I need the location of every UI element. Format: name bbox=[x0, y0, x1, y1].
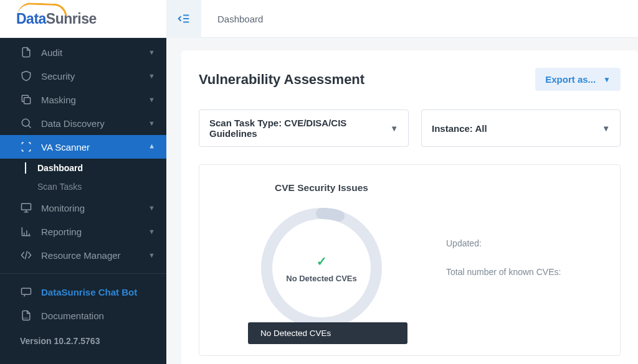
scan-task-type-select[interactable]: Scan Task Type: CVE/DISA/CIS Guidelines … bbox=[199, 110, 409, 147]
doc-icon: DOC bbox=[20, 309, 32, 322]
svg-point-1 bbox=[22, 119, 29, 126]
chart-icon bbox=[20, 225, 32, 238]
svg-rect-3 bbox=[22, 288, 31, 294]
updated-label: Updated: bbox=[446, 238, 561, 248]
chevron-down-icon: ▼ bbox=[148, 228, 155, 235]
select-label: Scan Task Type: CVE/DISA/CIS Guidelines bbox=[209, 118, 390, 139]
chevron-down-icon: ▼ bbox=[148, 119, 155, 127]
shield-icon bbox=[20, 70, 32, 82]
chart-tooltip: No Detected CVEs bbox=[248, 322, 407, 344]
svg-rect-2 bbox=[22, 203, 31, 210]
sidebar-item-label: VA Scanner bbox=[41, 142, 90, 152]
code-icon bbox=[20, 249, 32, 261]
sidebar-item-reporting[interactable]: Reporting ▼ bbox=[0, 220, 166, 243]
chevron-down-icon: ▼ bbox=[603, 75, 611, 84]
nav: Audit ▼ Security ▼ Masking ▼ Data Discov… bbox=[0, 38, 166, 364]
sidebar-item-label: Security bbox=[41, 71, 75, 82]
card-head: Vulnerability Assessment Export as... ▼ bbox=[199, 68, 621, 91]
page-title: Vulnerability Assessment bbox=[199, 72, 364, 88]
sidebar-sub-label: Dashboard bbox=[37, 163, 83, 173]
logo-row: DataSunrise bbox=[0, 0, 166, 38]
sidebar: DataSunrise Audit ▼ Security ▼ Masking ▼ bbox=[0, 0, 166, 364]
sidebar-item-chatbot[interactable]: DataSunrise Chat Bot bbox=[0, 280, 166, 304]
sidebar-item-security[interactable]: Security ▼ bbox=[0, 64, 166, 88]
chevron-down-icon: ▼ bbox=[602, 124, 610, 133]
chevron-down-icon: ▼ bbox=[148, 204, 155, 212]
chevron-down-icon: ▼ bbox=[148, 49, 155, 56]
logo: DataSunrise bbox=[16, 11, 97, 27]
sidebar-item-masking[interactable]: Masking ▼ bbox=[0, 88, 166, 111]
chat-icon bbox=[20, 286, 32, 298]
chevron-down-icon: ▼ bbox=[390, 124, 398, 133]
sidebar-item-label: DataSunrise Chat Bot bbox=[41, 287, 137, 297]
svg-text:DOC: DOC bbox=[23, 317, 29, 320]
divider bbox=[0, 273, 166, 274]
sidebar-sub-dashboard[interactable]: Dashboard bbox=[0, 159, 166, 177]
card: Vulnerability Assessment Export as... ▼ … bbox=[181, 50, 638, 364]
version-label: Version 10.2.7.5763 bbox=[0, 327, 166, 355]
monitor-icon bbox=[20, 202, 32, 214]
cve-stats: Updated: Total number of known CVEs: bbox=[446, 182, 561, 330]
check-icon: ✓ bbox=[317, 254, 327, 269]
search-icon bbox=[20, 117, 32, 129]
chevron-up-icon: ▼ bbox=[148, 143, 155, 151]
sidebar-item-va-scanner[interactable]: VA Scanner ▼ bbox=[0, 135, 166, 159]
cve-panel-title: CVE Security Issues bbox=[275, 182, 368, 194]
sidebar-item-audit[interactable]: Audit ▼ bbox=[0, 40, 166, 64]
sidebar-item-label: Monitoring bbox=[41, 203, 85, 213]
no-cve-label: No Detected CVEs bbox=[286, 274, 356, 283]
filters: Scan Task Type: CVE/DISA/CIS Guidelines … bbox=[199, 110, 621, 147]
sidebar-collapse-button[interactable] bbox=[166, 0, 201, 38]
sidebar-item-label: Resource Manager bbox=[41, 250, 121, 261]
chevron-down-icon: ▼ bbox=[148, 251, 155, 259]
scan-icon bbox=[20, 141, 32, 153]
export-label: Export as... bbox=[545, 74, 596, 85]
sidebar-item-resource-manager[interactable]: Resource Manager ▼ bbox=[0, 243, 166, 267]
sidebar-item-label: Data Discovery bbox=[41, 118, 105, 129]
sidebar-sub-label: Scan Tasks bbox=[37, 182, 82, 192]
sidebar-item-documentation[interactable]: DOC Documentation bbox=[0, 304, 166, 327]
select-label: Instance: All bbox=[432, 123, 487, 134]
donut-center: ✓ No Detected CVEs bbox=[259, 206, 384, 330]
total-known-label: Total number of known CVEs: bbox=[446, 267, 561, 277]
sidebar-item-label: Documentation bbox=[41, 310, 104, 321]
sidebar-sub-scan-tasks[interactable]: Scan Tasks bbox=[0, 177, 166, 196]
sidebar-item-label: Audit bbox=[41, 47, 62, 58]
topbar: Dashboard bbox=[166, 0, 638, 38]
cve-panel: CVE Security Issues ✓ No Detected CVEs N… bbox=[199, 164, 621, 356]
svg-rect-0 bbox=[24, 98, 31, 104]
instance-select[interactable]: Instance: All ▼ bbox=[421, 110, 621, 147]
cve-donut-chart: ✓ No Detected CVEs bbox=[259, 206, 384, 330]
sidebar-item-monitoring[interactable]: Monitoring ▼ bbox=[0, 196, 166, 220]
cve-chart-column: CVE Security Issues ✓ No Detected CVEs N… bbox=[222, 182, 421, 330]
collapse-icon bbox=[177, 12, 191, 26]
tooltip-text: No Detected CVEs bbox=[260, 329, 331, 338]
export-button[interactable]: Export as... ▼ bbox=[535, 68, 621, 91]
file-icon bbox=[20, 46, 32, 58]
content: Vulnerability Assessment Export as... ▼ … bbox=[166, 38, 638, 364]
copy-icon bbox=[20, 93, 32, 106]
sidebar-item-data-discovery[interactable]: Data Discovery ▼ bbox=[0, 111, 166, 135]
sidebar-item-label: Reporting bbox=[41, 226, 82, 237]
chevron-down-icon: ▼ bbox=[148, 72, 155, 80]
logo-part2: Sunrise bbox=[46, 11, 97, 27]
sidebar-item-label: Masking bbox=[41, 95, 76, 105]
main: Dashboard Vulnerability Assessment Expor… bbox=[166, 0, 638, 364]
chevron-down-icon: ▼ bbox=[148, 96, 155, 103]
breadcrumb: Dashboard bbox=[217, 14, 263, 24]
